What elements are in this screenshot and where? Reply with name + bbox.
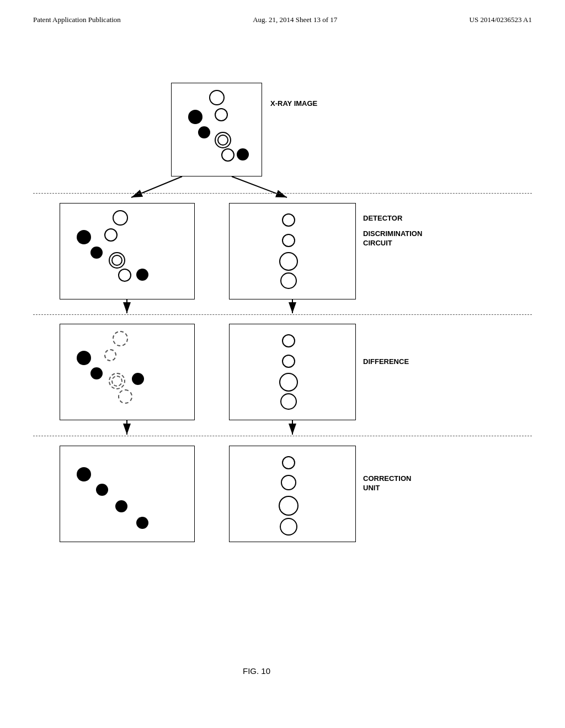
dr-open-4 — [280, 272, 297, 289]
dl-filled-2 — [90, 247, 103, 259]
cr-open-3 — [279, 496, 299, 516]
dl-open-2 — [104, 228, 118, 242]
cr-open-4 — [280, 518, 297, 536]
header-left: Patent Application Publication — [33, 15, 121, 24]
xray-image-box — [171, 83, 262, 176]
dl-filled-1 — [77, 230, 91, 244]
xray-double-circle — [215, 132, 231, 148]
correction-left-box — [60, 446, 195, 542]
svg-line-2 — [232, 176, 287, 197]
discrimination-circuit-label: DISCRIMINATIONCIRCUIT — [363, 229, 422, 248]
detector-right-box — [229, 203, 356, 299]
cl-filled-1 — [77, 467, 91, 481]
detector-left-box — [60, 203, 195, 299]
dfl-filled-2 — [90, 367, 103, 379]
header-right: US 2014/0236523 A1 — [470, 15, 532, 24]
correction-right-box — [229, 446, 356, 542]
difference-label: DIFFERENCE — [363, 357, 409, 367]
dr-open-1 — [282, 213, 295, 227]
cl-filled-3 — [115, 500, 127, 512]
detector-label: DETECTOR — [363, 214, 402, 223]
dl-double — [109, 252, 125, 269]
cr-open-2 — [281, 475, 296, 490]
header-center: Aug. 21, 2014 Sheet 13 of 17 — [253, 15, 337, 24]
svg-line-1 — [131, 176, 182, 197]
dr-open-2 — [282, 234, 295, 247]
dl-open-1 — [113, 210, 128, 226]
difference-right-box — [229, 324, 356, 420]
dfl-dashed-2 — [104, 349, 116, 361]
cl-filled-4 — [136, 517, 148, 529]
dfr-open-4 — [280, 393, 297, 410]
dfl-filled-1 — [77, 351, 91, 365]
xray-circle-1 — [209, 90, 225, 105]
dfl-filled-3 — [132, 373, 144, 385]
xray-open-2 — [215, 108, 228, 121]
dfr-open-3 — [279, 373, 298, 392]
dr-open-3 — [279, 252, 298, 271]
xray-filled-1 — [188, 110, 202, 124]
dl-filled-3 — [136, 269, 148, 281]
difference-left-box — [60, 324, 195, 420]
dfl-dashed-1 — [113, 331, 128, 346]
correction-unit-label: CORRECTIONUNIT — [363, 474, 411, 493]
dfl-dashed-double — [109, 373, 125, 389]
dashed-line-3 — [33, 436, 532, 436]
page-header: Patent Application Publication Aug. 21, … — [33, 15, 532, 24]
figure-label: FIG. 10 — [243, 666, 270, 676]
dashed-line-2 — [33, 314, 532, 315]
dl-open-3 — [118, 269, 131, 282]
dfr-open-1 — [282, 334, 295, 347]
dfr-open-2 — [282, 355, 295, 368]
dashed-line-1 — [33, 193, 532, 194]
xray-filled-2 — [198, 126, 210, 138]
xray-filled-3 — [237, 148, 249, 160]
dfl-dashed-3 — [118, 389, 132, 404]
xray-image-label: X-RAY IMAGE — [270, 99, 317, 109]
cr-open-1 — [282, 456, 295, 469]
cl-filled-2 — [96, 484, 108, 496]
xray-open-3 — [221, 148, 234, 162]
